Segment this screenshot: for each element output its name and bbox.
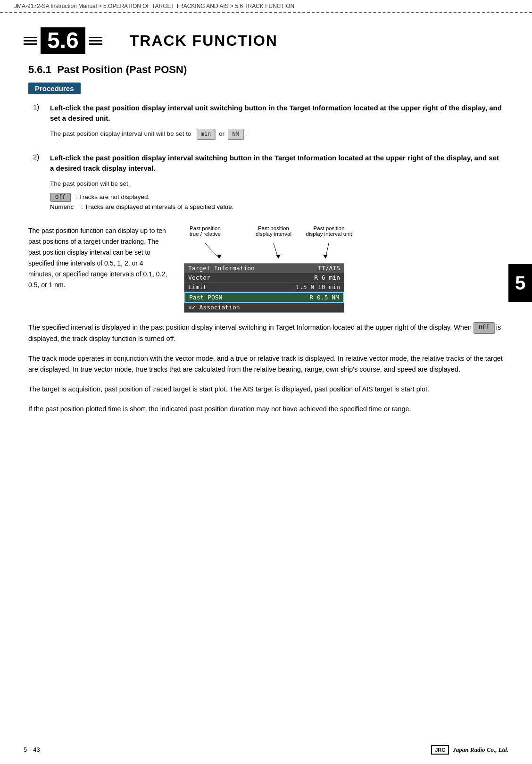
arrow-svg <box>184 225 354 263</box>
stripe <box>24 40 37 42</box>
jrc-label: JRC <box>431 745 449 755</box>
section: 5.6.1 Past Position (Past POSN) Procedur… <box>0 64 532 212</box>
step-1: 1) Left-click the past position display … <box>28 103 504 140</box>
stripe <box>24 43 37 45</box>
svg-marker-5 <box>323 255 328 258</box>
numeric-label: Numeric <box>50 203 78 210</box>
stripe <box>89 37 102 38</box>
radar-row-3: Limit 1.5 N 10 min <box>184 282 344 292</box>
company-name: Japan Radio Co., Ltd. <box>453 746 508 754</box>
chapter-number-box: 5.6 <box>24 27 106 54</box>
footer: 5－43 JRC Japan Radio Co., Ltd. <box>0 745 532 755</box>
chapter-tab: 5 <box>508 264 532 302</box>
procedures-badge: Procedures <box>28 83 81 94</box>
step-2-note: The past position will be set. <box>50 179 504 189</box>
step-2-content: Left-click the past position display int… <box>50 153 504 212</box>
radar-row-2: Vector R 6 min <box>184 273 344 282</box>
diagram-section: The past position function can display u… <box>0 225 532 313</box>
para-1: The specified interval is displayed in t… <box>0 322 532 345</box>
step-1-bold: Left-click the past position display int… <box>50 103 504 124</box>
track-desc-row: Off : Tracks are not displayed. <box>50 193 504 201</box>
step-1-content: Left-click the past position display int… <box>50 103 504 140</box>
stripe <box>24 37 37 38</box>
off-inline-button: Off <box>474 322 494 333</box>
step-2-bold: Left-click the past position display int… <box>50 153 504 174</box>
numeric-description: : Tracks are displayed at intervals of a… <box>81 203 233 210</box>
chapter-stripes <box>24 37 37 45</box>
step-1-number: 1) <box>33 103 44 140</box>
stripe <box>89 40 102 42</box>
off-button-step2: Off <box>50 193 71 201</box>
para-3: The target is acquisition, past position… <box>0 384 532 395</box>
stripe <box>89 43 102 45</box>
breadcrumb: JMA-9172-SA Instruction Manual > 5.OPERA… <box>0 0 532 12</box>
min-button: min <box>197 129 216 140</box>
chapter-number: 5.6 <box>41 27 85 54</box>
diagram-image: Past positiontrue / relative Past positi… <box>184 225 504 313</box>
chapter-stripes-right <box>89 37 102 45</box>
svg-marker-3 <box>276 255 281 258</box>
radar-row-4-highlighted: Past POSN R 0.5 NM <box>184 292 344 303</box>
numeric-row: Numeric : Tracks are displayed at interv… <box>50 203 504 210</box>
para-2: The track mode operates in conjunction w… <box>0 353 532 376</box>
step-2: 2) Left-click the past position display … <box>28 153 504 212</box>
off-description: : Tracks are not displayed. <box>75 193 150 200</box>
section-title: 5.6.1 Past Position (Past POSN) <box>28 64 504 76</box>
step-1-note: The past position display interval unit … <box>50 129 504 140</box>
svg-line-0 <box>205 243 219 258</box>
radar-ui: Target Information TT/AIS Vector R 6 min… <box>184 263 344 313</box>
diagram-text: The past position function can display u… <box>28 225 170 291</box>
step-2-number: 2) <box>33 153 44 212</box>
chapter-title: TRACK FUNCTION <box>130 32 278 50</box>
radar-row-5: ✕✓ Association <box>184 303 344 312</box>
footer-logo: JRC Japan Radio Co., Ltd. <box>431 745 508 755</box>
radar-row-1: Target Information TT/AIS <box>184 264 344 273</box>
nm-button: NM <box>228 129 243 140</box>
para-4: If the past position plotted time is sho… <box>0 404 532 415</box>
chapter-header: 5.6 TRACK FUNCTION <box>0 13 532 64</box>
page-number: 5－43 <box>24 746 40 754</box>
diagram-labels-container: Past positiontrue / relative Past positi… <box>184 225 354 263</box>
